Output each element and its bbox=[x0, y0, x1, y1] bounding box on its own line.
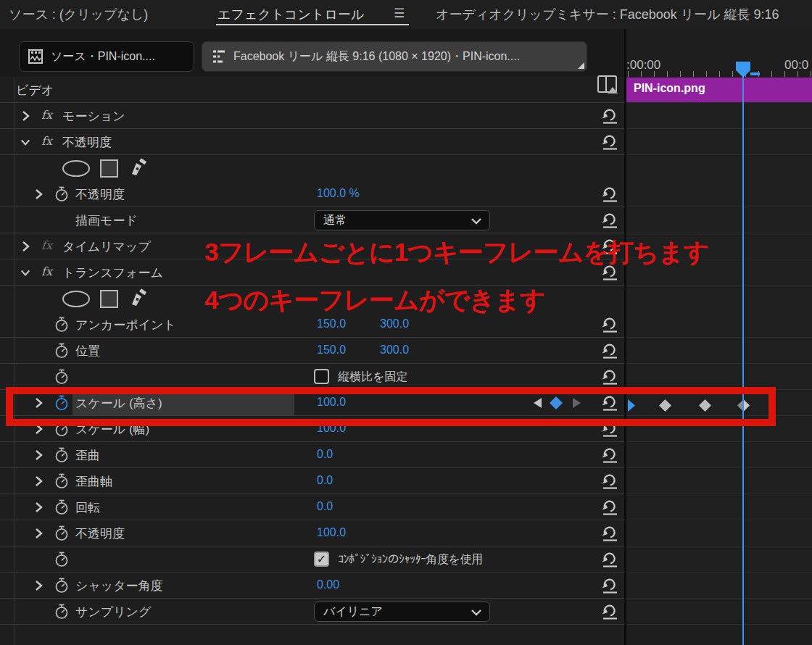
reset-icon[interactable] bbox=[600, 473, 620, 490]
tab-audio-clip-mixer[interactable]: オーディオクリップミキサー : Facebook リール 縦長 9:16 bbox=[436, 6, 779, 23]
effect-label: トランスフォーム bbox=[62, 265, 163, 281]
panel-tab-bar: ソース : (クリップなし) エフェクトコントロール ☰ オーディオクリップミキ… bbox=[0, 0, 812, 29]
panel-menu-icon[interactable]: ☰ bbox=[394, 6, 405, 21]
param-value[interactable]: 0.0 bbox=[317, 500, 333, 513]
stopwatch-icon[interactable] bbox=[54, 473, 70, 490]
timeline-row bbox=[626, 312, 812, 338]
stopwatch-icon[interactable] bbox=[54, 551, 70, 568]
playhead-grab-bar[interactable] bbox=[750, 72, 760, 75]
reset-icon[interactable] bbox=[600, 133, 620, 151]
effect-row-motion[interactable]: fx モーション bbox=[0, 103, 625, 129]
chevron-right-icon[interactable] bbox=[33, 528, 44, 539]
ellipse-mask-icon[interactable] bbox=[62, 160, 90, 177]
stopwatch-icon[interactable] bbox=[54, 186, 70, 203]
param-value[interactable]: 0.00 bbox=[317, 578, 339, 591]
stopwatch-icon[interactable] bbox=[54, 525, 70, 542]
annotation-highlight-box bbox=[6, 387, 776, 426]
reset-icon[interactable] bbox=[600, 577, 620, 594]
stopwatch-icon[interactable] bbox=[54, 316, 70, 333]
source-clip-button[interactable]: ソース・PIN-icon.... bbox=[19, 41, 194, 72]
pen-mask-icon[interactable] bbox=[129, 288, 148, 309]
timeline-row bbox=[626, 181, 812, 207]
blend-mode-dropdown[interactable]: 通常 bbox=[314, 210, 490, 230]
tab-effect-controls[interactable]: エフェクトコントロール bbox=[218, 6, 364, 23]
section-label: ビデオ bbox=[16, 82, 54, 99]
chevron-right-icon[interactable] bbox=[20, 241, 30, 252]
param-value[interactable]: 100.0 bbox=[317, 526, 346, 539]
timeline-clip[interactable]: PIN-icon.png bbox=[626, 78, 812, 102]
param-row-rotation[interactable]: 回転 0.0 bbox=[0, 494, 625, 520]
chevron-right-icon[interactable] bbox=[33, 502, 44, 513]
param-label: 不透明度 bbox=[75, 186, 125, 203]
reset-icon[interactable] bbox=[600, 107, 620, 125]
timeline-row bbox=[626, 338, 812, 364]
reset-icon[interactable] bbox=[600, 446, 620, 464]
param-value[interactable]: 0.0 bbox=[317, 448, 333, 461]
section-row-video[interactable]: ビデオ bbox=[0, 77, 625, 103]
param-value[interactable]: 0.0 bbox=[317, 474, 333, 487]
collapse-section-icon[interactable] bbox=[608, 87, 618, 93]
reset-icon[interactable] bbox=[600, 525, 620, 542]
rectangle-mask-icon[interactable] bbox=[100, 159, 118, 178]
param-row-position[interactable]: 位置 150.0 300.0 bbox=[0, 338, 625, 364]
param-value-y[interactable]: 300.0 bbox=[380, 344, 409, 357]
param-value[interactable]: 100.0 % bbox=[317, 187, 360, 200]
stopwatch-icon[interactable] bbox=[54, 603, 70, 620]
param-row-transform-opacity[interactable]: 不透明度 100.0 bbox=[0, 520, 625, 546]
param-row-opacity[interactable]: 不透明度 100.0 % bbox=[0, 181, 625, 207]
sequence-clip-button[interactable]: Facebook リール 縦長 9:16 (1080 × 1920)・PIN-i… bbox=[202, 41, 587, 72]
reset-icon[interactable] bbox=[600, 316, 620, 333]
use-comp-shutter-checkbox[interactable]: ✓ bbox=[314, 552, 329, 567]
uniform-scale-checkbox[interactable] bbox=[314, 369, 329, 384]
reset-icon[interactable] bbox=[600, 603, 620, 620]
chevron-right-icon[interactable] bbox=[33, 580, 44, 591]
keyframe-timeline-area[interactable] bbox=[626, 77, 812, 625]
sampling-dropdown[interactable]: バイリニア bbox=[314, 602, 490, 622]
pen-mask-icon[interactable] bbox=[129, 158, 148, 178]
chevron-right-icon[interactable] bbox=[20, 110, 30, 122]
rectangle-mask-icon[interactable] bbox=[100, 290, 118, 308]
param-row-sampling[interactable]: サンプリング バイリニア bbox=[0, 599, 625, 625]
reset-icon[interactable] bbox=[600, 342, 620, 359]
timeline-row bbox=[626, 103, 812, 129]
reset-icon[interactable] bbox=[600, 499, 620, 516]
param-value-x[interactable]: 150.0 bbox=[317, 344, 346, 357]
chevron-right-icon[interactable] bbox=[33, 188, 44, 200]
stopwatch-icon[interactable] bbox=[54, 499, 70, 516]
param-row-use-comp-shutter[interactable]: ✓ ｺﾝﾎﾟｼﾞｼｮﾝのｼｬｯﾀｰ角度を使用 bbox=[0, 546, 625, 573]
active-tab-underline bbox=[216, 24, 409, 25]
ruler-ticks bbox=[628, 71, 812, 77]
tab-source-monitor[interactable]: ソース : (クリップなし) bbox=[9, 6, 148, 23]
stopwatch-icon[interactable] bbox=[54, 577, 70, 594]
panel-splitter[interactable] bbox=[624, 29, 626, 645]
param-value-y[interactable]: 300.0 bbox=[380, 317, 409, 330]
param-row-skew[interactable]: 歪曲 0.0 bbox=[0, 442, 625, 468]
reset-icon[interactable] bbox=[600, 551, 620, 568]
chevron-down-icon bbox=[471, 608, 482, 617]
effect-label: タイムリマップ bbox=[62, 238, 151, 255]
stopwatch-icon[interactable] bbox=[54, 368, 70, 386]
param-value-x[interactable]: 150.0 bbox=[317, 317, 346, 330]
reset-icon[interactable] bbox=[600, 186, 620, 203]
param-row-blend-mode[interactable]: 描画モード 通常 bbox=[0, 207, 625, 233]
chevron-down-icon[interactable] bbox=[20, 267, 30, 278]
param-row-uniform-scale[interactable]: 縦横比を固定 bbox=[0, 364, 625, 390]
chevron-down-icon[interactable] bbox=[20, 136, 30, 148]
fx-badge-icon: fx bbox=[41, 134, 52, 148]
reset-icon[interactable] bbox=[600, 368, 620, 386]
reset-icon[interactable] bbox=[600, 212, 620, 229]
timeline-row bbox=[626, 442, 812, 468]
param-row-shutter-angle[interactable]: シャッター角度 0.00 bbox=[0, 573, 625, 599]
stopwatch-icon[interactable] bbox=[54, 446, 70, 464]
chevron-right-icon[interactable] bbox=[33, 449, 44, 461]
param-row-skew-axis[interactable]: 歪曲軸 0.0 bbox=[0, 468, 625, 494]
effect-row-opacity-group[interactable]: fx 不透明度 bbox=[0, 129, 625, 155]
timeline-ruler[interactable]: :00:00 00:0 bbox=[626, 57, 812, 77]
playhead-line[interactable] bbox=[742, 72, 744, 645]
stopwatch-icon[interactable] bbox=[54, 342, 70, 359]
ellipse-mask-icon[interactable] bbox=[62, 291, 90, 307]
clip-name: PIN-icon.png bbox=[634, 82, 705, 95]
timeline-row bbox=[626, 573, 812, 599]
chevron-right-icon[interactable] bbox=[33, 475, 44, 487]
annotation-text-2: 4つのキーフレームができます bbox=[204, 283, 545, 317]
